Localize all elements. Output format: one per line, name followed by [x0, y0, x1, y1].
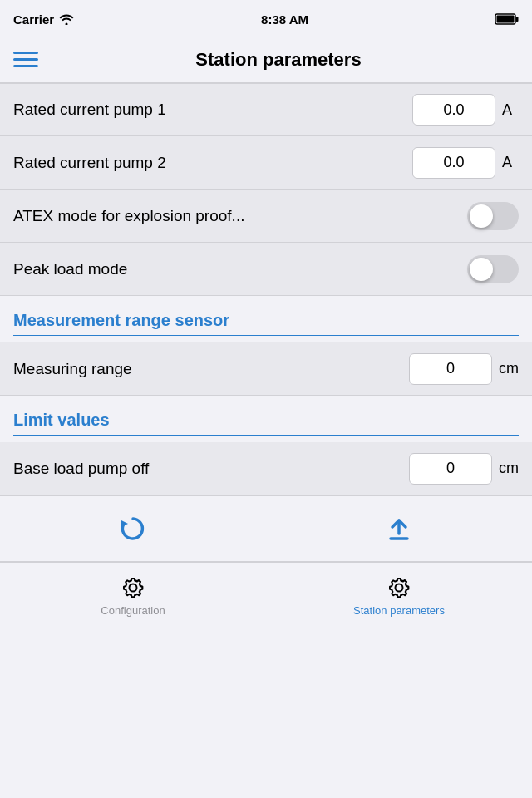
carrier-label: Carrier [13, 12, 54, 27]
peak-load-mode-track [467, 255, 519, 283]
svg-marker-3 [121, 520, 128, 527]
rated-current-pump-2-input[interactable] [412, 147, 495, 179]
upload-icon [382, 512, 416, 545]
status-bar-left: Carrier [13, 12, 74, 27]
measurement-range-sensor-divider [13, 335, 519, 336]
tab-configuration[interactable]: Configuration [0, 563, 266, 628]
measurement-range-sensor-header: Measurement range sensor [0, 296, 532, 342]
rated-current-pump-1-input[interactable] [412, 94, 495, 126]
base-load-pump-off-label: Base load pump off [13, 460, 409, 478]
peak-load-mode-label: Peak load mode [13, 260, 467, 278]
measuring-range-row: Measuring range cm [0, 342, 532, 396]
svg-rect-2 [496, 16, 514, 23]
peak-load-mode-toggle[interactable] [467, 255, 519, 283]
atex-mode-label: ATEX mode for explosion proof... [13, 207, 467, 225]
rated-current-pump-1-row: Rated current pump 1 A [0, 83, 532, 136]
base-load-pump-off-row: Base load pump off cm [0, 442, 532, 495]
menu-button[interactable] [13, 52, 38, 67]
station-parameters-gear-icon [386, 574, 412, 601]
base-load-pump-off-input[interactable] [409, 453, 492, 485]
battery-icon [495, 13, 519, 25]
measurement-range-sensor-title: Measurement range sensor [13, 311, 519, 330]
atex-mode-track [467, 202, 519, 230]
refresh-icon [116, 512, 150, 545]
measuring-range-label: Measuring range [13, 360, 409, 378]
atex-mode-toggle[interactable] [467, 202, 519, 230]
tab-station-parameters[interactable]: Station parameters [266, 563, 532, 628]
limit-values-divider [13, 435, 519, 436]
base-load-pump-off-unit: cm [499, 460, 519, 477]
page-title: Station parameters [38, 49, 519, 71]
configuration-gear-icon [120, 574, 146, 601]
station-parameters-tab-label: Station parameters [353, 604, 445, 617]
status-bar: Carrier 8:38 AM [0, 0, 532, 37]
rated-current-pump-1-label: Rated current pump 1 [13, 101, 412, 119]
rated-current-pump-2-label: Rated current pump 2 [13, 154, 412, 172]
tab-bar: Configuration Station parameters [0, 562, 532, 628]
status-bar-right [495, 13, 519, 25]
configuration-tab-label: Configuration [101, 604, 165, 617]
refresh-button[interactable] [112, 508, 154, 549]
menu-line-1 [13, 52, 38, 54]
peak-load-mode-row: Peak load mode [0, 243, 532, 296]
limit-values-header: Limit values [0, 396, 532, 442]
measuring-range-unit: cm [499, 360, 519, 377]
measuring-range-input[interactable] [409, 353, 492, 385]
upload-button[interactable] [378, 508, 420, 549]
header: Station parameters [0, 37, 532, 83]
rated-current-pump-2-unit: A [502, 154, 519, 171]
menu-line-3 [13, 65, 38, 67]
limit-values-title: Limit values [13, 411, 519, 430]
rated-current-pump-1-unit: A [502, 101, 519, 119]
toolbar [0, 495, 532, 562]
menu-line-2 [13, 58, 38, 61]
content-area: Rated current pump 1 A Rated current pum… [0, 83, 532, 495]
atex-mode-row: ATEX mode for explosion proof... [0, 190, 532, 243]
svg-rect-1 [515, 17, 518, 22]
status-bar-time: 8:38 AM [261, 12, 308, 27]
wifi-icon [59, 13, 74, 25]
rated-current-pump-2-row: Rated current pump 2 A [0, 136, 532, 190]
